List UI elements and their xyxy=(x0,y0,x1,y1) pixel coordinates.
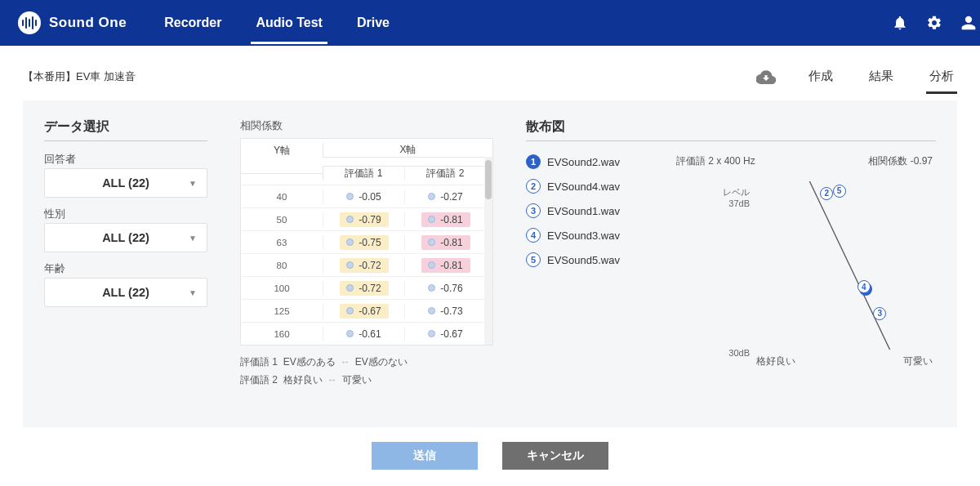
radio-dot-icon xyxy=(428,239,435,246)
corr-cell[interactable]: -0.67 xyxy=(404,327,486,341)
radio-dot-icon xyxy=(346,284,354,292)
radio-dot-icon xyxy=(346,239,354,246)
nav-drive[interactable]: Drive xyxy=(352,2,394,44)
nav-audio-test[interactable]: Audio Test xyxy=(251,2,327,44)
chevron-down-icon: ▼ xyxy=(189,288,197,297)
radio-dot-icon xyxy=(346,261,354,269)
col-header-2[interactable]: 評価語 2 xyxy=(404,166,486,181)
chart-meta-right: 相関係数 -0.97 xyxy=(868,154,933,168)
sound-badge-icon: 5 xyxy=(526,252,541,267)
correlation-table: Y軸 X軸 評価語 1 評価語 2 40-0.05-0.2750-0.79-0.… xyxy=(240,138,493,346)
analysis-panel: データ選択 回答者ALL (22)▼性別ALL (22)▼年齢ALL (22)▼… xyxy=(23,100,957,427)
radio-dot-icon xyxy=(428,284,435,292)
regression-line xyxy=(756,181,933,350)
scatter-chart: 評価語 2 x 400 Hz 相関係数 -0.97 レベル37dB 30dB 1… xyxy=(673,154,936,368)
row-y-value: 100 xyxy=(241,283,323,293)
corr-cell[interactable]: -0.61 xyxy=(323,327,404,341)
radio-dot-icon xyxy=(346,330,354,337)
subheader: 【本番用】EV車 加速音 作成結果分析 xyxy=(0,46,980,92)
logo-icon xyxy=(18,11,41,34)
chart-meta-left: 評価語 2 x 400 Hz xyxy=(676,154,755,168)
corr-cell[interactable]: -0.81 xyxy=(404,258,486,273)
submit-button[interactable]: 送信 xyxy=(372,442,478,470)
gear-icon[interactable] xyxy=(926,15,942,31)
sound-list: 1EVSound2.wav2EVSound4.wav3EVSound1.wav4… xyxy=(526,154,673,368)
sound-item[interactable]: 5EVSound5.wav xyxy=(526,252,673,267)
corr-cell[interactable]: -0.73 xyxy=(404,304,486,319)
action-bar: 送信 キャンセル xyxy=(0,427,980,484)
corr-cell[interactable]: -0.75 xyxy=(323,235,404,250)
filter-label: 年齢 xyxy=(44,262,207,276)
x-axis-left-label: 格好良い xyxy=(756,355,795,368)
filter-label: 回答者 xyxy=(44,153,207,167)
row-y-value: 50 xyxy=(241,215,323,225)
table-row: 80-0.72-0.81 xyxy=(241,253,492,276)
table-row: 40-0.05-0.27 xyxy=(241,185,492,207)
table-row: 160-0.61-0.67 xyxy=(241,322,492,345)
chevron-down-icon: ▼ xyxy=(189,179,197,188)
subnav-item[interactable]: 結果 xyxy=(866,60,897,92)
sound-item[interactable]: 3EVSound1.wav xyxy=(526,203,673,218)
nav-recorder[interactable]: Recorder xyxy=(159,2,226,44)
corr-cell[interactable]: -0.81 xyxy=(404,235,486,250)
sound-item[interactable]: 1EVSound2.wav xyxy=(526,154,673,169)
sound-badge-icon: 3 xyxy=(526,203,541,218)
radio-dot-icon xyxy=(428,261,435,269)
breadcrumb: 【本番用】EV車 加速音 xyxy=(23,69,136,84)
sound-badge-icon: 1 xyxy=(526,154,541,169)
correlation-column: 相関係数 Y軸 X軸 評価語 1 評価語 2 40-0.05-0.2750-0.… xyxy=(240,118,493,411)
corr-cell[interactable]: -0.79 xyxy=(323,212,404,227)
subnav-item[interactable]: 作成 xyxy=(805,60,836,92)
row-y-value: 160 xyxy=(241,329,323,339)
row-y-value: 80 xyxy=(241,261,323,270)
sound-item[interactable]: 2EVSound4.wav xyxy=(526,179,673,194)
corr-cell[interactable]: -0.76 xyxy=(404,281,486,296)
cloud-download-icon[interactable] xyxy=(756,67,776,87)
svg-line-0 xyxy=(805,181,893,350)
filter-column: データ選択 回答者ALL (22)▼性別ALL (22)▼年齢ALL (22)▼ xyxy=(44,118,207,411)
filter-label: 性別 xyxy=(44,207,207,221)
corr-title: 相関係数 xyxy=(240,118,493,133)
filter-select[interactable]: ALL (22)▼ xyxy=(44,278,207,307)
scatter-point[interactable]: 4 xyxy=(858,280,871,293)
chevron-down-icon: ▼ xyxy=(189,234,197,243)
table-row: 100-0.72-0.76 xyxy=(241,276,492,299)
scatter-title: 散布図 xyxy=(526,118,936,141)
cancel-button[interactable]: キャンセル xyxy=(502,442,608,470)
radio-dot-icon xyxy=(428,330,435,337)
radio-dot-icon xyxy=(428,307,435,314)
filter-select[interactable]: ALL (22)▼ xyxy=(44,168,207,198)
y-axis-top-label: レベル37dB xyxy=(714,186,750,210)
radio-dot-icon xyxy=(346,307,354,314)
y-axis-header: Y軸 xyxy=(241,144,323,158)
corr-legend: 評価語 1 EV感のある↔EV感のない評価語 2 格好良い↔可愛い xyxy=(240,354,493,389)
corr-cell[interactable]: -0.72 xyxy=(323,281,404,296)
y-axis-bottom-label: 30dB xyxy=(714,348,750,358)
table-scroll-thumb[interactable] xyxy=(485,160,492,199)
scatter-point[interactable]: 3 xyxy=(873,307,886,320)
col-header-1[interactable]: 評価語 1 xyxy=(323,166,404,181)
row-y-value: 63 xyxy=(241,238,323,247)
filter-select[interactable]: ALL (22)▼ xyxy=(44,223,207,252)
corr-cell[interactable]: -0.81 xyxy=(404,212,486,227)
corr-cell[interactable]: -0.05 xyxy=(323,189,404,204)
corr-cell[interactable]: -0.67 xyxy=(323,304,404,319)
user-icon[interactable] xyxy=(960,15,977,31)
main-nav: RecorderAudio TestDrive xyxy=(159,2,394,44)
subnav-item[interactable]: 分析 xyxy=(926,60,957,92)
radio-dot-icon xyxy=(346,216,354,223)
row-y-value: 40 xyxy=(241,192,323,202)
radio-dot-icon xyxy=(346,193,354,200)
corr-cell[interactable]: -0.72 xyxy=(323,258,404,273)
scatter-point[interactable]: 2 xyxy=(820,187,833,200)
scatter-point[interactable]: 5 xyxy=(833,185,846,198)
table-row: 63-0.75-0.81 xyxy=(241,230,492,253)
radio-dot-icon xyxy=(428,216,435,223)
corr-cell[interactable]: -0.27 xyxy=(404,189,486,204)
sound-item[interactable]: 4EVSound3.wav xyxy=(526,228,673,243)
app-header: Sound One RecorderAudio TestDrive xyxy=(0,0,980,46)
bell-icon[interactable] xyxy=(892,15,908,31)
row-y-value: 125 xyxy=(241,306,323,316)
sound-badge-icon: 2 xyxy=(526,179,541,194)
brand-name: Sound One xyxy=(49,15,127,31)
